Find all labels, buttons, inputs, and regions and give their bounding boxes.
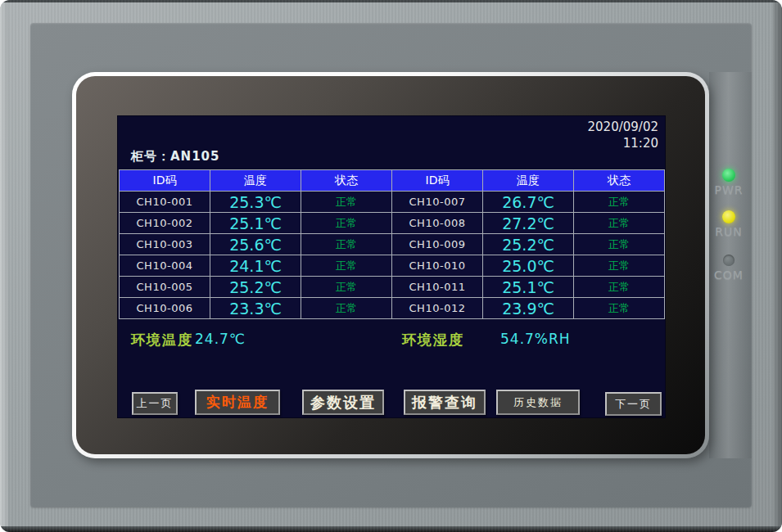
- lcd-screen: 2020/09/02 11:20 柜号：AN105 ID码 温度 状态 ID码 …: [117, 115, 666, 418]
- channel-status: 正常: [574, 277, 665, 298]
- col-header-status-left: 状态: [301, 170, 392, 192]
- table-row: CH10-001 25.3℃ 正常 CH10-007 26.7℃ 正常: [120, 192, 665, 213]
- alarm-query-button[interactable]: 报警查询: [404, 390, 486, 415]
- channel-status: 正常: [301, 277, 392, 298]
- channel-status: 正常: [301, 213, 392, 234]
- run-led-icon: [722, 210, 735, 223]
- channel-temp: 24.1℃: [210, 255, 301, 277]
- channel-temp: 25.1℃: [210, 213, 301, 234]
- ambient-temp-label: 环境温度: [131, 331, 193, 349]
- col-header-id-right: ID码: [392, 170, 483, 192]
- history-data-button[interactable]: 历史数据: [496, 390, 580, 415]
- device-right-edge: [773, 2, 782, 526]
- channel-temp: 23.9℃: [483, 298, 574, 319]
- channel-id: CH10-004: [120, 255, 210, 277]
- channel-id: CH10-009: [392, 234, 483, 255]
- channel-id: CH10-012: [392, 298, 483, 319]
- com-led-icon: [723, 255, 735, 266]
- channel-status: 正常: [574, 255, 665, 277]
- channel-id: CH10-006: [120, 298, 210, 319]
- channel-id: CH10-001: [120, 192, 210, 213]
- pwr-led-label: PWR: [709, 183, 748, 196]
- table-row: CH10-006 23.3℃ 正常 CH10-012 23.9℃ 正常: [120, 298, 665, 319]
- col-header-temp-right: 温度: [483, 170, 574, 192]
- channel-temp: 25.6℃: [210, 234, 301, 255]
- channel-id: CH10-002: [120, 213, 210, 234]
- channel-id: CH10-007: [392, 192, 483, 213]
- temperature-table: ID码 温度 状态 ID码 温度 状态 CH10-001 25.3℃ 正常 CH…: [119, 169, 665, 319]
- table-row: CH10-002 25.1℃ 正常 CH10-008 27.2℃ 正常: [120, 213, 665, 234]
- channel-status: 正常: [301, 298, 392, 319]
- screen-bezel: 2020/09/02 11:20 柜号：AN105 ID码 温度 状态 ID码 …: [76, 76, 705, 454]
- com-led-block: COM: [709, 255, 748, 282]
- channel-temp: 25.1℃: [483, 277, 574, 298]
- channel-id: CH10-005: [120, 277, 210, 298]
- channel-status: 正常: [574, 298, 665, 319]
- channel-temp: 27.2℃: [483, 213, 574, 234]
- channel-temp: 25.2℃: [483, 234, 574, 255]
- channel-temp: 25.3℃: [210, 192, 301, 213]
- prev-page-button[interactable]: 上一页: [132, 392, 178, 415]
- device-top-edge: [0, 0, 782, 2]
- channel-temp: 23.3℃: [210, 298, 301, 319]
- environment-row: 环境温度 24.7℃ 环境湿度 54.7%RH: [118, 327, 667, 354]
- channel-status: 正常: [574, 234, 665, 255]
- time-text: 11:20: [588, 135, 658, 151]
- ambient-humidity-value: 54.7%RH: [500, 331, 571, 347]
- channel-temp: 26.7℃: [483, 192, 574, 213]
- channel-id: CH10-011: [392, 277, 483, 298]
- ambient-temp-value: 24.7℃: [195, 331, 246, 347]
- device-left-edge: [0, 2, 8, 526]
- channel-temp: 25.0℃: [483, 255, 574, 277]
- channel-status: 正常: [301, 234, 392, 255]
- screenshot-stage: 2020/09/02 11:20 柜号：AN105 ID码 温度 状态 ID码 …: [0, 0, 782, 532]
- channel-id: CH10-010: [392, 255, 483, 277]
- datetime-display: 2020/09/02 11:20: [588, 119, 658, 151]
- channel-id: CH10-008: [392, 213, 483, 234]
- parameter-settings-button[interactable]: 参数设置: [302, 390, 384, 415]
- col-header-id-left: ID码: [120, 170, 210, 192]
- ambient-humidity-label: 环境湿度: [402, 331, 464, 349]
- table-row: CH10-005 25.2℃ 正常 CH10-011 25.1℃ 正常: [120, 277, 665, 298]
- table-row: CH10-004 24.1℃ 正常 CH10-010 25.0℃ 正常: [120, 255, 665, 277]
- col-header-status-right: 状态: [574, 170, 665, 192]
- com-led-label: COM: [709, 268, 748, 282]
- run-led-label: RUN: [709, 225, 748, 238]
- channel-temp: 25.2℃: [210, 277, 301, 298]
- channel-id: CH10-003: [120, 234, 210, 255]
- pwr-led-icon: [722, 169, 735, 182]
- col-header-temp-left: 温度: [210, 170, 301, 192]
- table-header-row: ID码 温度 状态 ID码 温度 状态: [120, 170, 665, 192]
- run-led-block: RUN: [709, 210, 748, 238]
- channel-status: 正常: [301, 255, 392, 277]
- channel-status: 正常: [301, 192, 392, 213]
- table-row: CH10-003 25.6℃ 正常 CH10-009 25.2℃ 正常: [120, 234, 665, 255]
- pwr-led-block: PWR: [709, 169, 748, 196]
- cabinet-number-label: 柜号：AN105: [131, 149, 219, 165]
- device-bottom-edge: [0, 526, 782, 532]
- date-text: 2020/09/02: [588, 119, 658, 135]
- screen-frame: 2020/09/02 11:20 柜号：AN105 ID码 温度 状态 ID码 …: [72, 72, 709, 458]
- next-page-button[interactable]: 下一页: [605, 392, 662, 416]
- channel-status: 正常: [574, 192, 665, 213]
- hmi-device: 2020/09/02 11:20 柜号：AN105 ID码 温度 状态 ID码 …: [0, 0, 782, 532]
- realtime-temperature-button[interactable]: 实时温度: [195, 390, 280, 415]
- channel-status: 正常: [574, 213, 665, 234]
